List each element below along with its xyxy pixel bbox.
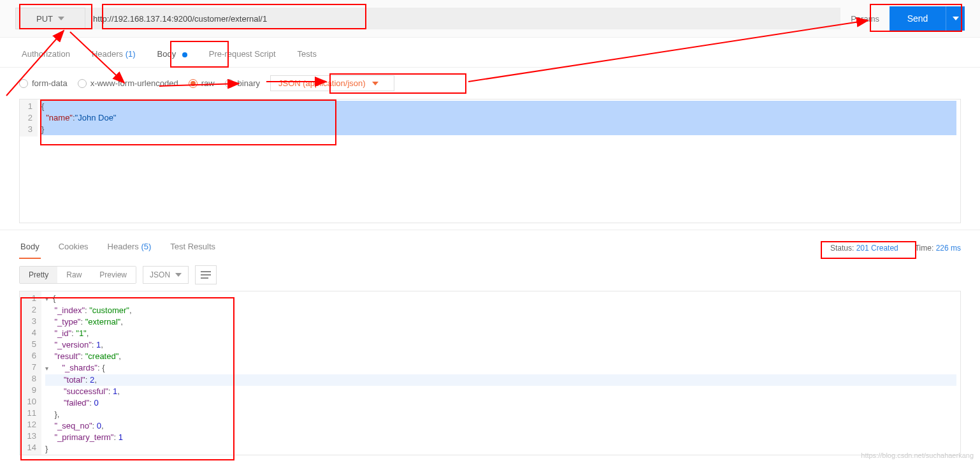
send-dropdown-button[interactable] [946, 6, 965, 31]
response-body-viewer[interactable]: 1234567891011121314 ▾{ "_index": "custom… [19, 291, 961, 455]
chevron-down-icon [175, 273, 182, 277]
unsaved-indicator-icon [182, 52, 187, 57]
url-input[interactable] [85, 8, 840, 29]
resp-tab-test-results[interactable]: Test Results [169, 237, 217, 259]
content-type-label: JSON (application/json) [278, 78, 366, 88]
radio-label: raw [201, 78, 215, 88]
response-format-select[interactable]: JSON [143, 266, 189, 284]
status-label: Status: [830, 244, 854, 253]
chevron-down-icon [372, 82, 378, 85]
resp-tab-headers[interactable]: Headers (5) [106, 237, 153, 259]
watermark: https://blog.csdn.net/suchahaerkang [861, 452, 974, 459]
response-meta: Status: 201 Created Time: 226 ms [830, 244, 961, 253]
http-method-label: PUT [36, 14, 53, 24]
time-value: 226 ms [936, 244, 961, 253]
tab-body[interactable]: Body [155, 44, 190, 67]
resp-tab-body[interactable]: Body [19, 237, 41, 259]
radio-urlencoded[interactable]: x-www-form-urlencoded [78, 78, 178, 88]
response-bar: Body Cookies Headers (5) Test Results St… [0, 230, 980, 259]
chevron-down-icon [58, 17, 64, 20]
response-toolbar: Pretty Raw Preview JSON [0, 259, 980, 291]
wrap-icon [201, 274, 211, 276]
tab-prerequest[interactable]: Pre-request Script [206, 44, 278, 67]
chevron-down-icon [953, 17, 959, 20]
resp-headers-count: (5) [141, 242, 151, 251]
view-raw[interactable]: Raw [57, 267, 90, 283]
view-pretty[interactable]: Pretty [20, 267, 57, 283]
tab-headers[interactable]: Headers (1) [89, 44, 138, 67]
response-time: Time: 226 ms [915, 244, 961, 253]
status-value: 201 Created [856, 244, 898, 253]
resp-tab-headers-label: Headers [108, 242, 139, 251]
line-gutter: 123 [20, 99, 38, 136]
radio-label: form-data [32, 78, 68, 88]
request-tabs: Authorization Headers (1) Body Pre-reque… [0, 38, 980, 68]
line-gutter: 1234567891011121314 [20, 291, 41, 455]
body-type-options: form-data x-www-form-urlencoded raw bina… [0, 68, 980, 99]
time-label: Time: [915, 244, 934, 253]
radio-binary[interactable]: binary [225, 78, 260, 88]
radio-label: binary [238, 78, 260, 88]
content-type-select[interactable]: JSON (application/json) [270, 75, 394, 91]
response-tabs: Body Cookies Headers (5) Test Results [19, 237, 830, 259]
request-bar: PUT Params Send [0, 0, 980, 38]
view-preview[interactable]: Preview [90, 267, 136, 283]
tab-headers-label: Headers [92, 49, 123, 59]
tab-authorization[interactable]: Authorization [19, 44, 73, 67]
view-mode-group: Pretty Raw Preview [19, 266, 136, 284]
wrap-lines-button[interactable] [195, 265, 217, 284]
headers-count: (1) [126, 49, 136, 59]
tab-tests[interactable]: Tests [295, 44, 319, 67]
send-button[interactable]: Send [890, 6, 946, 31]
radio-label: x-www-form-urlencoded [90, 78, 178, 88]
request-body-editor[interactable]: 123 { "name":"John Doe"} [19, 99, 961, 223]
code-area: ▾{ "_index": "customer", "_type": "exter… [41, 291, 960, 455]
radio-raw[interactable]: raw [189, 78, 215, 88]
http-method-select[interactable]: PUT [15, 8, 85, 29]
response-status: Status: 201 Created [830, 244, 898, 253]
code-area[interactable]: { "name":"John Doe"} [38, 99, 960, 136]
format-label: JSON [150, 270, 170, 279]
radio-form-data[interactable]: form-data [19, 78, 68, 88]
resp-tab-cookies[interactable]: Cookies [57, 237, 90, 259]
tab-body-label: Body [157, 49, 177, 59]
params-button[interactable]: Params [840, 8, 890, 29]
